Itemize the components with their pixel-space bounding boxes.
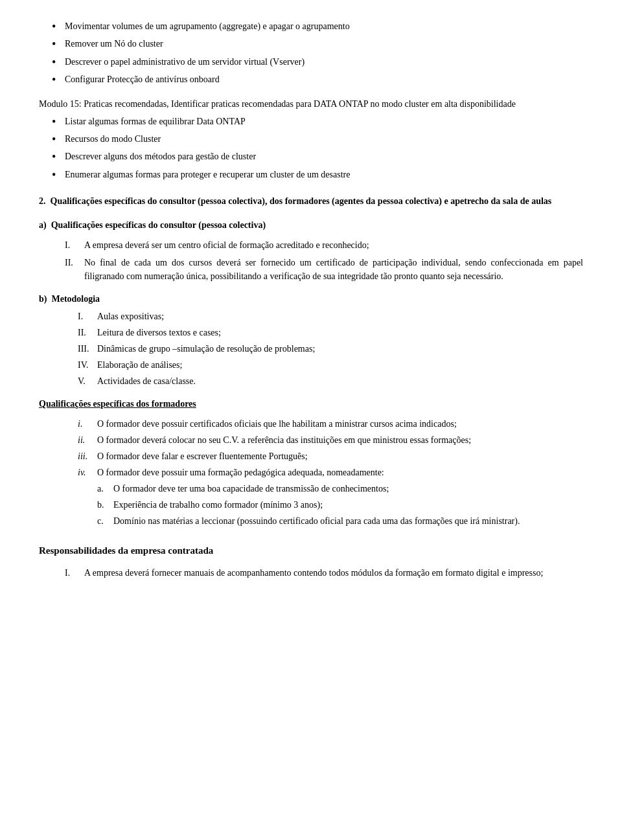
- sub-text: Experiência de trabalho como formador (m…: [113, 498, 323, 512]
- sub-list: a.O formador deve ter uma boa capacidade…: [97, 482, 583, 530]
- empresa-list: I.A empresa deverá fornecer manuais de a…: [65, 566, 583, 580]
- formador-item: ii.O formador deverá colocar no seu C.V.…: [78, 433, 583, 447]
- sub-item: c.Domínio nas matérias a leccionar (poss…: [97, 514, 583, 528]
- formadores-section: Qualificações específicas dos formadores…: [39, 397, 583, 530]
- modulo-section: Modulo 15: Praticas recomendadas, Identi…: [39, 97, 583, 183]
- roman-item: IV.Elaboração de análises;: [78, 358, 583, 372]
- lower-roman-text: O formador deve possuir uma formação ped…: [97, 466, 384, 479]
- bullet-text: Descrever o papel administrativo de um s…: [65, 55, 305, 69]
- roman-text: Elaboração de análises;: [97, 358, 182, 372]
- bullet-text: Descrever alguns dos métodos para gestão…: [65, 150, 256, 163]
- roman-label: I.: [65, 238, 84, 252]
- modulo-bullet-item: •Enumerar algumas formas para proteger e…: [39, 168, 583, 183]
- modulo-bullet-item: •Recursos do modo Cluster: [39, 132, 583, 147]
- bullet-dot: •: [52, 37, 61, 52]
- section-2: 2. Qualificações específicas do consulto…: [39, 194, 583, 208]
- bullet-text: Remover um Nó do cluster: [65, 37, 163, 51]
- bullet-dot: •: [52, 55, 61, 70]
- roman-item: I.A empresa deverá ser um centro oficial…: [65, 238, 583, 252]
- bullet-text: Configurar Protecção de antivírus onboar…: [65, 73, 220, 86]
- sub-item: b.Experiência de trabalho como formador …: [97, 498, 583, 512]
- roman-item: III.Dinâmicas de grupo –simulação de res…: [78, 342, 583, 356]
- lower-roman-text: O formador deverá colocar no seu C.V. a …: [97, 433, 471, 447]
- formadores-list: i.O formador deve possuir certificados o…: [78, 417, 583, 530]
- responsabilidades-title: Responsabilidades da empresa contratada: [39, 543, 583, 558]
- bullet-dot: •: [52, 115, 61, 130]
- bullet-text: Recursos do modo Cluster: [65, 132, 161, 146]
- bullet-item: •Configurar Protecção de antivírus onboa…: [39, 73, 583, 87]
- roman-item: II.No final de cada um dos cursos deverá…: [65, 256, 583, 283]
- roman-text: Actividades de casa/classe.: [97, 374, 196, 388]
- sub-label: a.: [97, 482, 113, 495]
- formador-item: i.O formador deve possuir certificados o…: [78, 417, 583, 431]
- roman-label: IV.: [78, 358, 97, 372]
- subsection-b-title: b) Metodologia: [39, 292, 583, 306]
- roman-text: Leitura de diversos textos e cases;: [97, 326, 221, 339]
- formador-item: iii.O formador deve falar e escrever flu…: [78, 449, 583, 463]
- empresa-item: I.A empresa deverá fornecer manuais de a…: [65, 566, 583, 580]
- bullet-text: Listar algumas formas de equilibrar Data…: [65, 115, 246, 128]
- bullet-text: Enumerar algumas formas para proteger e …: [65, 168, 350, 181]
- roman-item: I.Aulas expositivas;: [78, 310, 583, 323]
- roman-label: V.: [78, 374, 97, 388]
- formador-item: iv.O formador deve possuir uma formação …: [78, 466, 583, 530]
- responsabilidades-section: Responsabilidades da empresa contratada …: [39, 543, 583, 580]
- top-bullets: •Movimentar volumes de um agrupamento (a…: [39, 19, 583, 88]
- roman-text: Aulas expositivas;: [97, 310, 164, 323]
- bullet-dot: •: [52, 132, 61, 147]
- roman-label: II.: [78, 326, 97, 339]
- bullet-item: •Remover um Nó do cluster: [39, 37, 583, 52]
- roman-text: A empresa deverá ser um centro oficial d…: [84, 238, 369, 252]
- subsection-b: b) Metodologia I.Aulas expositivas;II.Le…: [39, 292, 583, 388]
- roman-item: V.Actividades de casa/classe.: [78, 374, 583, 388]
- section-2-title: 2. Qualificações específicas do consulto…: [39, 194, 583, 208]
- roman-text: No final de cada um dos cursos deverá se…: [84, 256, 583, 283]
- subsection-a-title: a) Qualificações específicas do consulto…: [39, 218, 583, 232]
- sub-label: c.: [97, 514, 113, 528]
- roman-item: II.Leitura de diversos textos e cases;: [78, 326, 583, 339]
- sub-item: a.O formador deve ter uma boa capacidade…: [97, 482, 583, 495]
- sub-text: Domínio nas matérias a leccionar (possui…: [113, 514, 520, 528]
- subsection-a: a) Qualificações específicas do consulto…: [39, 218, 583, 283]
- bullet-item: •Movimentar volumes de um agrupamento (a…: [39, 19, 583, 34]
- bullet-dot: •: [52, 19, 61, 34]
- bullet-dot: •: [52, 73, 61, 87]
- roman-text: Dinâmicas de grupo –simulação de resoluç…: [97, 342, 315, 356]
- bullet-text: Movimentar volumes de um agrupamento (ag…: [65, 19, 350, 33]
- bullet-item: •Descrever o papel administrativo de um …: [39, 55, 583, 70]
- bullet-dot: •: [52, 168, 61, 183]
- sub-text: O formador deve ter uma boa capacidade d…: [113, 482, 389, 495]
- roman-list-b: I.Aulas expositivas;II.Leitura de divers…: [78, 310, 583, 388]
- formadores-title: Qualificações específicas dos formadores: [39, 397, 583, 411]
- modulo-title: Modulo 15: Praticas recomendadas, Identi…: [39, 97, 583, 111]
- empresa-roman-label: I.: [65, 566, 84, 580]
- sub-label: b.: [97, 498, 113, 512]
- roman-label: II.: [65, 256, 84, 283]
- modulo-bullet-item: •Listar algumas formas de equilibrar Dat…: [39, 115, 583, 130]
- roman-label: III.: [78, 342, 97, 356]
- bullet-dot: •: [52, 150, 61, 165]
- lower-roman-label: i.: [78, 417, 97, 431]
- roman-list-a: I.A empresa deverá ser um centro oficial…: [65, 238, 583, 283]
- modulo-bullet-item: •Descrever alguns dos métodos para gestã…: [39, 150, 583, 165]
- lower-roman-label: ii.: [78, 433, 97, 447]
- lower-roman-label: iv.: [78, 466, 97, 479]
- lower-roman-text: O formador deve possuir certificados ofi…: [97, 417, 457, 431]
- lower-roman-label: iii.: [78, 449, 97, 463]
- empresa-text: A empresa deverá fornecer manuais de aco…: [84, 566, 543, 580]
- lower-roman-text: O formador deve falar e escrever fluente…: [97, 449, 308, 463]
- roman-label: I.: [78, 310, 97, 323]
